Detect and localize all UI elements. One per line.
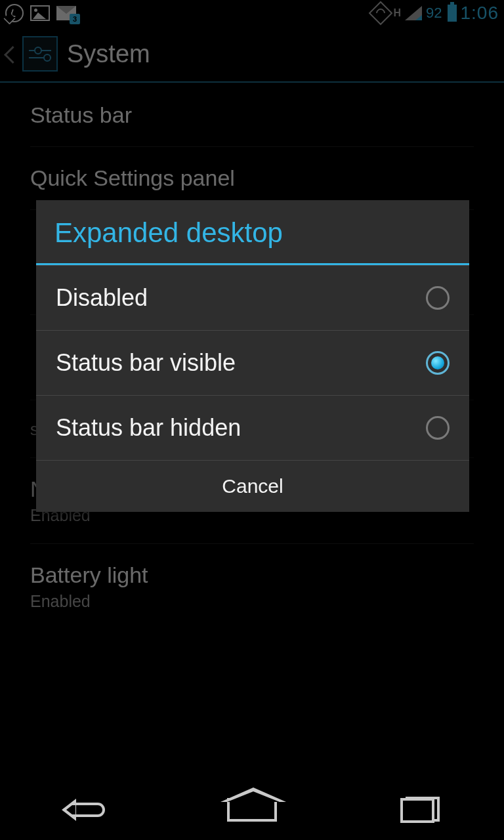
expanded-desktop-dialog: Expanded desktop Disabled Status bar vis…	[36, 200, 469, 512]
setting-subtitle: Enabled	[30, 592, 474, 611]
option-label: Status bar visible	[56, 349, 236, 377]
setting-battery-light[interactable]: Battery light Enabled	[30, 544, 474, 629]
gmail-notification-icon: 3	[56, 6, 76, 20]
battery-icon	[448, 5, 457, 22]
option-status-bar-hidden[interactable]: Status bar hidden	[36, 395, 469, 460]
cancel-button[interactable]: Cancel	[36, 460, 469, 512]
setting-title: Status bar	[30, 102, 474, 128]
settings-app-icon[interactable]	[22, 36, 58, 72]
auto-rotate-icon	[369, 1, 393, 26]
nav-back-button[interactable]	[45, 793, 123, 826]
radio-icon[interactable]	[426, 351, 450, 375]
page-title: System	[67, 40, 150, 68]
status-clock: 1:06	[461, 3, 499, 24]
option-status-bar-visible[interactable]: Status bar visible	[36, 330, 469, 395]
battery-percent: 92	[426, 5, 442, 22]
radio-icon[interactable]	[426, 416, 450, 440]
network-type-indicator: H	[393, 7, 401, 19]
android-status-bar: 3 H 92 1:06	[0, 0, 504, 26]
android-nav-bar	[0, 780, 504, 840]
gallery-notification-icon	[30, 5, 50, 21]
option-label: Disabled	[56, 284, 148, 312]
dialog-title: Expanded desktop	[36, 200, 469, 263]
option-label: Status bar hidden	[56, 414, 241, 442]
radio-icon[interactable]	[426, 286, 450, 310]
option-disabled[interactable]: Disabled	[36, 265, 469, 330]
up-caret-icon[interactable]	[4, 45, 13, 63]
action-bar: System	[0, 26, 504, 83]
whatsapp-notification-icon	[5, 4, 24, 22]
gmail-badge-count: 3	[70, 14, 80, 24]
setting-title: Battery light	[30, 562, 474, 588]
setting-title: Quick Settings panel	[30, 165, 474, 191]
nav-recent-button[interactable]	[381, 793, 459, 826]
setting-status-bar[interactable]: Status bar	[30, 84, 474, 147]
nav-home-button[interactable]	[213, 793, 291, 826]
signal-strength-icon	[405, 6, 422, 20]
